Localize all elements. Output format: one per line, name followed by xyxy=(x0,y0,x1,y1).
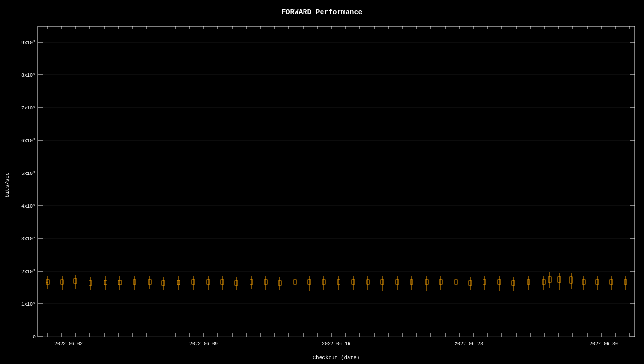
chart-title: FORWARD Performance xyxy=(281,9,362,17)
y-axis-label: bits/sec xyxy=(4,173,10,198)
y-tick-2: 2x10⁹ xyxy=(21,269,36,274)
y-tick-4: 4x10⁹ xyxy=(21,204,36,209)
x-date-2: 2022-06-09 xyxy=(189,341,218,346)
y-tick-0: 0 xyxy=(33,335,36,340)
y-tick-9: 9x10⁹ xyxy=(21,40,36,46)
x-date-1: 2022-06-02 xyxy=(54,341,83,346)
y-tick-8: 8x10⁹ xyxy=(21,73,36,78)
y-tick-6: 6x10⁹ xyxy=(21,138,36,144)
x-date-3: 2022-06-16 xyxy=(322,341,350,346)
y-tick-5: 5x10⁹ xyxy=(21,171,36,176)
x-date-4: 2022-06-23 xyxy=(455,341,483,346)
y-tick-3: 3x10⁹ xyxy=(21,237,36,242)
y-tick-1: 1x10⁹ xyxy=(21,302,36,307)
x-axis-label: Checkout (date) xyxy=(313,355,359,361)
chart-container: FORWARD Performance bits/sec Checkout (d… xyxy=(0,0,644,364)
y-tick-7: 7x10⁹ xyxy=(21,106,36,111)
x-date-5: 2022-06-30 xyxy=(590,341,618,346)
chart-svg: FORWARD Performance bits/sec Checkout (d… xyxy=(0,0,644,364)
